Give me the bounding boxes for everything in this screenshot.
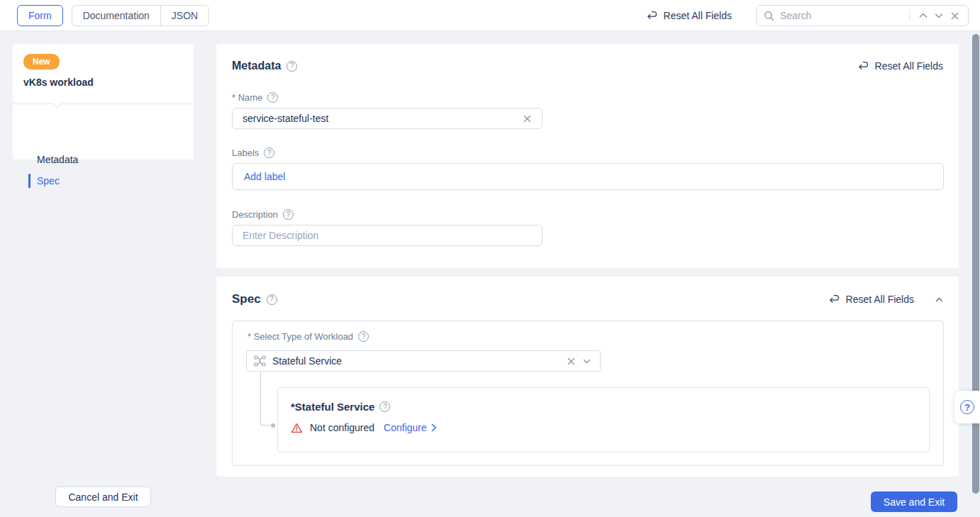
- name-field-label: * Name: [232, 92, 262, 103]
- dropdown-chevron-down-icon[interactable]: [579, 353, 594, 369]
- workload-type-label-row: * Select Type of Workload ?: [247, 331, 369, 342]
- sidebar-item-label: Spec: [37, 175, 60, 187]
- warning-triangle-icon: [291, 423, 303, 433]
- reset-all-fields-label: Reset All Fields: [846, 294, 914, 305]
- search-next-chevron-down-icon[interactable]: [931, 8, 947, 23]
- spec-content-group: * Select Type of Workload ? Stateful Ser…: [232, 321, 944, 466]
- undo-icon: [857, 61, 869, 72]
- sidebar-item-metadata[interactable]: Metadata: [13, 151, 194, 168]
- search-divider: [909, 10, 910, 21]
- new-status-badge: New: [23, 54, 60, 70]
- labels-field-label: Labels: [232, 148, 259, 158]
- reset-all-fields-label: Reset All Fields: [875, 60, 943, 72]
- help-question-icon[interactable]: ?: [267, 92, 278, 103]
- save-and-exit-button[interactable]: Save and Exit: [871, 491, 957, 512]
- vk8s-workload-form-page: Form Documentation JSON Reset All Fields: [0, 0, 980, 517]
- workload-nav-sidebar: New vK8s workload Metadata Spec: [13, 44, 194, 160]
- help-question-icon[interactable]: ?: [264, 148, 274, 158]
- workload-topology-icon: [254, 355, 266, 367]
- stateful-service-config-card: *Stateful Service ? Not configured Confi…: [277, 387, 930, 452]
- chevron-right-icon: [431, 423, 437, 432]
- help-question-icon[interactable]: ?: [283, 209, 294, 220]
- tab-documentation[interactable]: Documentation: [72, 5, 160, 26]
- search-icon: [764, 11, 774, 21]
- help-question-icon[interactable]: ?: [358, 331, 369, 342]
- metadata-section-card: Metadata ? Reset All Fields * Name ?: [216, 44, 959, 268]
- scrollbar-thumb[interactable]: [972, 34, 979, 494]
- help-question-icon[interactable]: ?: [379, 401, 390, 412]
- search-prev-chevron-up-icon[interactable]: [915, 8, 931, 23]
- tree-connector-dot: [271, 423, 275, 428]
- search-box: [756, 5, 969, 26]
- cancel-button-label: Cancel and Exit: [68, 491, 138, 503]
- help-question-icon[interactable]: ?: [267, 294, 277, 305]
- active-indicator-bar: [28, 174, 30, 188]
- description-field-label-row: Description ?: [232, 209, 294, 220]
- labels-field-label-row: Labels ?: [232, 148, 274, 158]
- help-question-icon[interactable]: ?: [286, 61, 297, 72]
- labels-box: Add label: [232, 163, 944, 190]
- workload-title: vK8s workload: [23, 77, 94, 88]
- reset-all-fields-label: Reset All Fields: [664, 10, 732, 21]
- sidebar-divider: [13, 104, 194, 104]
- description-input-wrapper: [232, 225, 542, 246]
- tab-json[interactable]: JSON: [160, 5, 209, 26]
- clear-name-icon[interactable]: [519, 111, 535, 126]
- save-button-label: Save and Exit: [884, 496, 945, 508]
- sidebar-item-label: Metadata: [37, 154, 78, 165]
- sidebar-item-spec[interactable]: Spec: [13, 172, 194, 189]
- tree-connector-line: [260, 372, 273, 426]
- undo-icon: [828, 294, 840, 305]
- spec-collapse-chevron-up-icon[interactable]: [935, 297, 943, 302]
- configure-label: Configure: [384, 422, 427, 433]
- configure-link[interactable]: Configure: [384, 422, 437, 433]
- not-configured-row: Not configured Configure: [291, 422, 437, 433]
- spec-section-title: Spec: [232, 292, 261, 306]
- help-button[interactable]: ?: [954, 391, 980, 423]
- not-configured-status: Not configured: [310, 422, 374, 433]
- metadata-section-title: Metadata: [232, 60, 281, 72]
- spec-reset-all-fields-button[interactable]: Reset All Fields: [828, 294, 914, 305]
- metadata-reset-all-fields-button[interactable]: Reset All Fields: [857, 60, 943, 72]
- view-tab-group: Form Documentation JSON: [17, 5, 209, 26]
- description-input[interactable]: [243, 230, 535, 241]
- search-input[interactable]: [780, 10, 903, 21]
- top-bar: Form Documentation JSON Reset All Fields: [0, 0, 980, 31]
- undo-icon: [646, 11, 658, 21]
- help-question-icon: ?: [960, 400, 974, 414]
- topbar-right-controls: Reset All Fields: [646, 5, 969, 26]
- name-input-wrapper: [232, 108, 542, 129]
- clear-selection-icon[interactable]: [563, 353, 579, 369]
- spec-section-card: Spec ? Reset All Fields *: [216, 277, 959, 477]
- tab-form[interactable]: Form: [17, 5, 63, 26]
- reset-all-fields-top-button[interactable]: Reset All Fields: [646, 10, 732, 21]
- workload-type-label: * Select Type of Workload: [247, 331, 353, 342]
- name-field-label-row: * Name ?: [232, 92, 278, 103]
- workload-type-value: Stateful Service: [272, 355, 563, 367]
- stateful-service-title: *Stateful Service: [291, 401, 374, 413]
- divider-notch-icon: [52, 99, 62, 109]
- workload-type-select[interactable]: Stateful Service: [246, 350, 601, 372]
- description-field-label: Description: [232, 209, 278, 220]
- search-close-icon[interactable]: [947, 8, 962, 23]
- cancel-and-exit-button[interactable]: Cancel and Exit: [55, 487, 151, 507]
- add-label-link[interactable]: Add label: [244, 171, 285, 182]
- name-input[interactable]: [243, 113, 519, 124]
